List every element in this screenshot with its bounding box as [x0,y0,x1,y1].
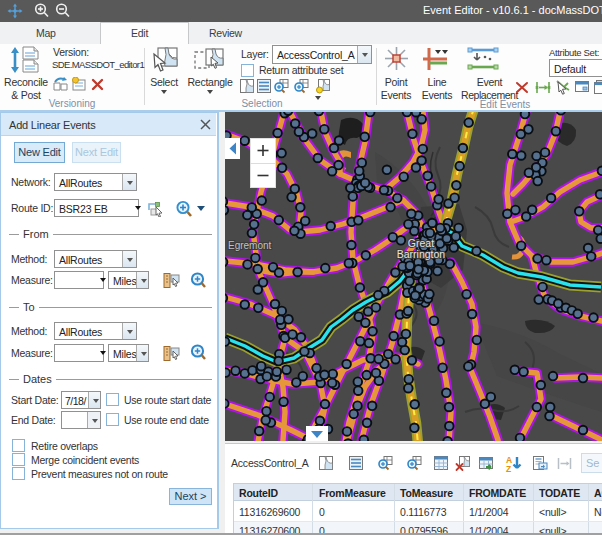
svg-text:Barrington: Barrington [397,248,446,260]
svg-text:Z: Z [506,464,511,474]
svg-text:Egremont: Egremont [228,240,272,251]
